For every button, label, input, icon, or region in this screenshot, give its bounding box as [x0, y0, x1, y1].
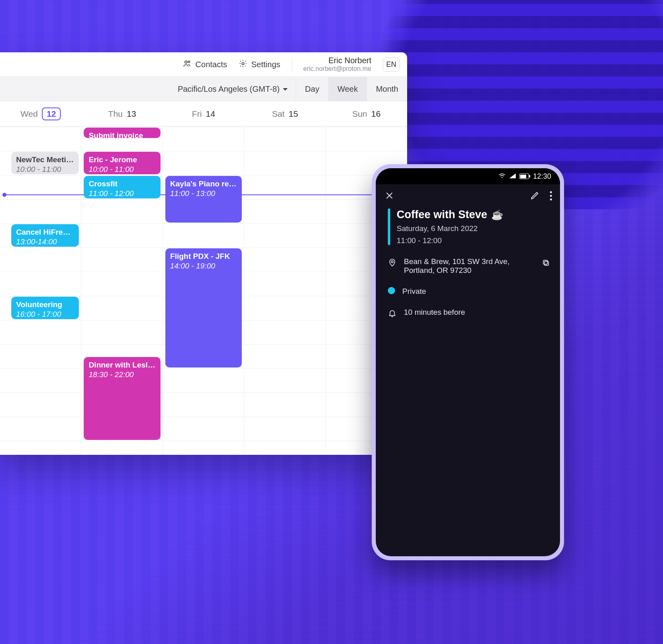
- calendar-event[interactable]: Volunteering16:00 - 17:00: [11, 297, 79, 319]
- signal-icon: [509, 172, 516, 181]
- event-range: 11:00 - 13:00: [170, 189, 237, 198]
- day-header-cell[interactable]: Thu13: [81, 109, 163, 119]
- event-title-text: Coffee with Steve: [397, 208, 487, 221]
- contacts-link[interactable]: Contacts: [183, 59, 227, 70]
- event-title: Eric - Jerome: [89, 155, 155, 165]
- timezone-label: Pacific/Los Angeles (GMT-8): [178, 85, 280, 94]
- svg-point-0: [185, 61, 187, 63]
- event-range: 11:00 - 12:00: [89, 189, 155, 198]
- location-line-2: Portland, OR 97230: [404, 266, 533, 275]
- status-icons: [498, 172, 529, 181]
- calendar-grid[interactable]: NewTec Meeting10:00 - 11:00Submit invoic…: [0, 127, 407, 455]
- svg-point-3: [502, 177, 503, 178]
- day-of-week: Fri: [192, 109, 202, 118]
- calendar-event[interactable]: Kayla's Piano reci...11:00 - 13:00: [165, 176, 242, 223]
- calendar-event[interactable]: Flight PDX - JFK14:00 - 19:00: [165, 248, 242, 367]
- day-number: 14: [206, 109, 215, 118]
- calendar-event[interactable]: Crossfit11:00 - 12:00: [84, 176, 160, 198]
- day-of-week: Thu: [108, 109, 123, 118]
- day-number: 13: [127, 109, 136, 118]
- event-title: NewTec Meeting: [16, 155, 74, 165]
- close-button[interactable]: [384, 190, 395, 201]
- event-reminder: 10 minutes before: [404, 308, 551, 317]
- wifi-icon: [498, 172, 506, 181]
- event-range: 18:30 - 22:00: [89, 370, 155, 380]
- svg-point-2: [242, 62, 244, 65]
- calendar-topbar: Contacts Settings Eric Norbert eric.norb…: [0, 52, 407, 76]
- event-title: Coffee with Steve ☕: [397, 208, 551, 221]
- svg-point-1: [188, 61, 189, 62]
- phone-statusbar: 12:30: [376, 168, 560, 184]
- calendar-dot-icon: [388, 287, 395, 294]
- event-location: Bean & Brew, 101 SW 3rd Ave, Portland, O…: [404, 257, 533, 275]
- event-title: Dinner with Leslie...: [89, 360, 155, 370]
- day-header-cell[interactable]: Fri14: [163, 109, 244, 119]
- copy-location-button[interactable]: [541, 257, 551, 268]
- view-month[interactable]: Month: [367, 77, 407, 101]
- user-email: eric.norbert@proton.me: [303, 65, 371, 72]
- view-switcher: Day Week Month: [296, 77, 407, 101]
- event-title: Flight PDX - JFK: [170, 252, 237, 261]
- day-number: 15: [288, 109, 298, 118]
- event-location-row: Bean & Brew, 101 SW 3rd Ave, Portland, O…: [388, 257, 551, 275]
- calendar-event[interactable]: Dinner with Leslie...18:30 - 22:00: [84, 357, 160, 440]
- day-header-cell[interactable]: Sat15: [244, 109, 325, 119]
- event-range: 10:00 - 11:00: [16, 165, 74, 174]
- day-of-week: Sun: [352, 109, 367, 118]
- gear-icon: [239, 59, 247, 70]
- day-header-cell[interactable]: Wed12: [0, 107, 81, 120]
- event-visibility-row: Private: [388, 287, 551, 296]
- phone-frame: 12:30: [372, 164, 564, 560]
- account-block[interactable]: Eric Norbert eric.norbert@proton.me: [303, 56, 371, 72]
- day-of-week: Wed: [21, 109, 38, 118]
- event-date: Saturday, 6 March 2022: [397, 224, 551, 233]
- calendar-toolbar: Pacific/Los Angeles (GMT-8) Day Week Mon…: [0, 76, 407, 101]
- coffee-icon: ☕: [491, 209, 503, 221]
- calendar-event[interactable]: Eric - Jerome10:00 - 11:00: [84, 152, 160, 174]
- view-week[interactable]: Week: [328, 77, 367, 101]
- event-range: 16:00 - 17:00: [16, 310, 74, 319]
- event-title: Crossfit: [89, 179, 155, 189]
- event-title: Kayla's Piano reci...: [170, 179, 237, 189]
- day-header-row: Wed12Thu13Fri14Sat15Sun16: [0, 101, 407, 127]
- location-line-1: Bean & Brew, 101 SW 3rd Ave,: [404, 257, 533, 266]
- event-visibility: Private: [402, 287, 551, 296]
- event-range: 10:00 - 11:00: [89, 165, 155, 174]
- user-name: Eric Norbert: [328, 56, 371, 65]
- edit-button[interactable]: [529, 190, 540, 201]
- location-icon: [388, 257, 397, 269]
- calendar-window: Contacts Settings Eric Norbert eric.norb…: [0, 52, 407, 455]
- separator: [292, 58, 292, 71]
- contacts-icon: [183, 59, 191, 70]
- day-header-cell[interactable]: Sun16: [326, 109, 407, 119]
- calendar-event[interactable]: NewTec Meeting10:00 - 11:00: [11, 152, 79, 174]
- event-range: 14:00 - 19:00: [170, 261, 237, 271]
- svg-rect-6: [544, 260, 548, 264]
- settings-link[interactable]: Settings: [239, 59, 280, 70]
- battery-icon: [519, 173, 529, 179]
- event-title: Volunteering: [16, 300, 74, 310]
- day-number: 16: [371, 109, 381, 118]
- event-title: Submit invoice: [89, 131, 155, 138]
- calendar-event[interactable]: Cancel HiFresh s...13:00-14:00: [11, 224, 79, 247]
- event-actionbar: [376, 184, 560, 207]
- status-time: 12:30: [533, 172, 551, 181]
- svg-point-4: [391, 261, 393, 263]
- day-of-week: Sat: [272, 109, 285, 118]
- contacts-label: Contacts: [196, 60, 227, 69]
- event-time: 11:00 - 12:00: [397, 236, 551, 245]
- view-day[interactable]: Day: [296, 77, 328, 101]
- phone-screen: 12:30: [376, 168, 560, 556]
- calendar-color-accent: [388, 208, 390, 245]
- calendar-event[interactable]: Submit invoice: [84, 128, 160, 138]
- day-number: 12: [42, 107, 61, 120]
- settings-label: Settings: [251, 60, 280, 69]
- bell-icon: [388, 308, 397, 320]
- event-reminder-row: 10 minutes before: [388, 308, 551, 320]
- event-title: Cancel HiFresh s...: [16, 227, 74, 237]
- event-card: Coffee with Steve ☕ Saturday, 6 March 20…: [376, 207, 560, 320]
- language-selector[interactable]: EN: [383, 58, 400, 72]
- timezone-dropdown[interactable]: Pacific/Los Angeles (GMT-8): [170, 85, 296, 94]
- chevron-down-icon: [283, 88, 288, 93]
- more-menu-button[interactable]: [550, 191, 552, 200]
